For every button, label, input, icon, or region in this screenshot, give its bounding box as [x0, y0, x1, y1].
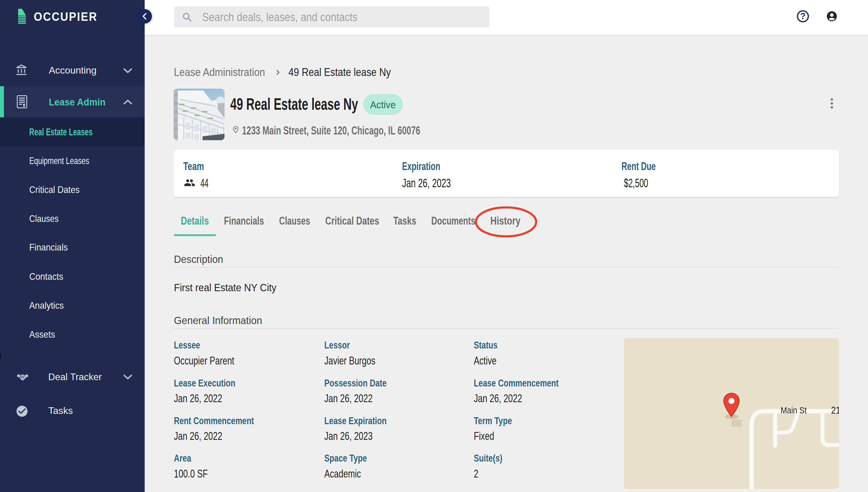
svg-text:Main St: Main St [781, 405, 807, 415]
svg-text:21: 21 [831, 404, 839, 416]
